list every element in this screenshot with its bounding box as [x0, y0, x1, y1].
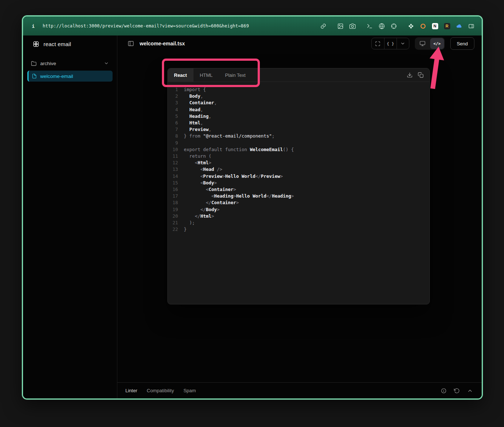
- code-panel-actions: [407, 68, 429, 82]
- line-number: 18: [168, 199, 178, 206]
- line-number: 6: [168, 120, 178, 126]
- sidebar-folder-archive[interactable]: archive: [27, 57, 113, 69]
- main-area: welcome-email.tsx { }: [117, 35, 482, 398]
- sidebar-toggle-icon[interactable]: [128, 40, 134, 47]
- code-line: 7 Preview,: [168, 126, 429, 133]
- folder-label: archive: [40, 61, 56, 66]
- notion-extension-icon[interactable]: N: [432, 23, 438, 29]
- line-number: 15: [168, 180, 178, 186]
- preview-size-group: { }: [371, 38, 409, 49]
- code-line: 1import {: [168, 86, 429, 93]
- line-number: 8: [168, 133, 178, 139]
- line-number: 20: [168, 213, 178, 220]
- line-content: <Container>: [184, 186, 236, 193]
- line-number: 16: [168, 186, 178, 193]
- line-content: <Body>: [184, 180, 217, 186]
- r-badge-letter: R: [444, 23, 450, 29]
- split-view-icon[interactable]: [468, 23, 474, 29]
- folder-icon: [31, 61, 37, 66]
- line-number: 22: [168, 226, 178, 233]
- sidebar-nav: archive welcome-email: [23, 52, 117, 82]
- link-icon[interactable]: [320, 23, 326, 29]
- code-line: 18 </Container>: [168, 199, 429, 206]
- code-line: 5 Heading,: [168, 113, 429, 120]
- code-line: 12 <Html>: [168, 160, 429, 166]
- code-tabs: ReactHTMLPlain Text: [168, 68, 252, 82]
- r-extension-icon[interactable]: R: [444, 23, 450, 29]
- info-icon[interactable]: [441, 388, 447, 394]
- code-line: 20 </Html>: [168, 213, 429, 220]
- frame-size-button[interactable]: [372, 38, 384, 49]
- line-number: 1: [168, 86, 178, 93]
- line-content: Head,: [184, 106, 203, 113]
- globe-icon[interactable]: [378, 23, 385, 29]
- reset-icon[interactable]: [454, 388, 460, 394]
- size-dropdown-chevron[interactable]: [397, 38, 409, 49]
- line-content: }: [184, 226, 187, 233]
- line-content: export default function WelcomeEmail() {: [184, 146, 294, 153]
- code-line: 3 Container,: [168, 100, 429, 106]
- ring-icon[interactable]: [420, 23, 426, 29]
- cloud-icon[interactable]: [456, 23, 462, 29]
- line-content: <Preview>Hello World</Preview>: [184, 173, 283, 180]
- line-number: 19: [168, 206, 178, 213]
- crosshair-icon[interactable]: [390, 23, 397, 29]
- main-header: welcome-email.tsx { }: [117, 35, 482, 52]
- camera-icon[interactable]: [349, 23, 356, 29]
- code-line: 15 <Body>: [168, 180, 429, 186]
- code-lines: 1import {2 Body,3 Container,4 Head,5 Hea…: [168, 82, 429, 233]
- footer-tab-spam[interactable]: Spam: [183, 388, 196, 393]
- chevron-up-icon[interactable]: [467, 388, 473, 394]
- line-number: 5: [168, 113, 178, 120]
- clover-icon[interactable]: [408, 23, 414, 29]
- code-line: 4 Head,: [168, 106, 429, 113]
- app-root: react email archive: [23, 35, 482, 398]
- sidebar-item-welcome-email[interactable]: welcome-email: [27, 71, 113, 82]
- tab-react[interactable]: React: [168, 68, 193, 82]
- line-number: 21: [168, 220, 178, 226]
- braces-icon: { }: [387, 41, 394, 46]
- line-number: 12: [168, 160, 178, 166]
- line-number: 2: [168, 93, 178, 100]
- line-content: Body,: [184, 93, 203, 100]
- footer-tabs: LinterCompatibilitySpam: [125, 388, 196, 393]
- line-number: 4: [168, 106, 178, 113]
- line-content: </Container>: [184, 199, 239, 206]
- code-line: 10export default function WelcomeEmail()…: [168, 146, 429, 153]
- chevron-down-icon[interactable]: [104, 61, 109, 66]
- code-line: 8} from "@react-email/components";: [168, 133, 429, 139]
- line-number: 13: [168, 166, 178, 173]
- copy-icon[interactable]: [418, 72, 424, 78]
- code-line: 14 <Preview>Hello World</Preview>: [168, 173, 429, 180]
- favicon-glyph: i: [32, 23, 35, 29]
- terminal-icon[interactable]: [366, 23, 373, 29]
- line-content: <Html>: [184, 160, 211, 166]
- brand: react email: [23, 35, 117, 52]
- line-number: 7: [168, 126, 178, 133]
- line-number: 9: [168, 140, 178, 146]
- footer-tab-linter[interactable]: Linter: [125, 388, 137, 393]
- props-button[interactable]: { }: [384, 38, 397, 49]
- code-line: 11 return (: [168, 153, 429, 160]
- code-line: 16 <Container>: [168, 186, 429, 193]
- tab-plain-text[interactable]: Plain Text: [219, 68, 252, 82]
- address-bar[interactable]: http://localhost:3000/preview/welcome-em…: [43, 23, 249, 29]
- code-line: 13 <Head />: [168, 166, 429, 173]
- email-item-label: welcome-email: [40, 74, 73, 79]
- footer-bar: LinterCompatibilitySpam: [117, 382, 482, 398]
- desktop-view-button[interactable]: [416, 38, 429, 49]
- send-button[interactable]: Send: [450, 37, 474, 50]
- footer-tab-compatibility[interactable]: Compatibility: [147, 388, 174, 393]
- line-content: </Body>: [184, 206, 220, 213]
- screenshot-icon[interactable]: [337, 23, 344, 29]
- line-content: return (: [184, 153, 211, 160]
- code-line: 22}: [168, 226, 429, 233]
- tab-html[interactable]: HTML: [193, 68, 219, 82]
- download-icon[interactable]: [407, 72, 413, 78]
- browser-chrome: i http://localhost:3000/preview/welcome-…: [23, 16, 482, 35]
- line-number: 11: [168, 153, 178, 160]
- react-email-logo-icon: [33, 41, 39, 48]
- file-icon: [32, 74, 37, 79]
- line-content: Preview,: [184, 126, 211, 133]
- source-view-button[interactable]: </>: [430, 38, 444, 49]
